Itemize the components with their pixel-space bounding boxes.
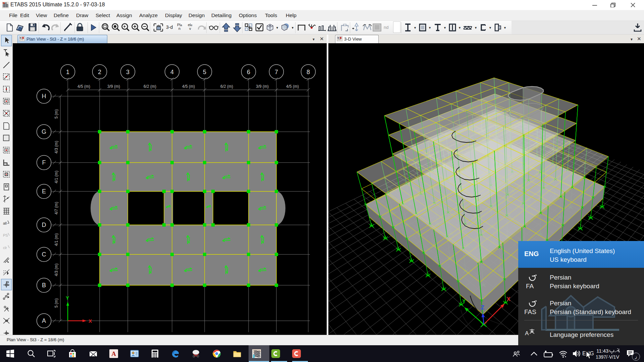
svg-text:4/3 (m): 4/3 (m): [54, 141, 59, 154]
svg-text:4/5 (m): 4/5 (m): [286, 84, 299, 89]
svg-text:X: X: [507, 296, 511, 302]
svg-text:H: H: [42, 93, 46, 100]
svg-text:4/3 (m): 4/3 (m): [54, 263, 59, 276]
svg-text:Z: Z: [481, 305, 484, 310]
svg-text:F: F: [42, 159, 46, 166]
svg-text:X: X: [89, 318, 92, 324]
svg-text:clr: clr: [3, 246, 7, 250]
svg-text:3/9 (m): 3/9 (m): [107, 84, 120, 89]
svg-text:Y: Y: [66, 295, 69, 301]
svg-text:6: 6: [247, 69, 250, 75]
svg-text:Y: Y: [462, 299, 466, 304]
svg-text:1: 1: [66, 69, 69, 75]
svg-text:3: 3: [126, 69, 129, 75]
svg-text:all: all: [3, 221, 7, 225]
svg-text:4/7 (m): 4/7 (m): [54, 202, 59, 215]
svg-text:G: G: [42, 128, 46, 135]
svg-text:B: B: [42, 282, 46, 289]
svg-text:D: D: [42, 222, 46, 228]
svg-text:3/9 (m): 3/9 (m): [256, 84, 269, 89]
svg-text:5 (m): 5 (m): [54, 298, 59, 308]
svg-text:4/1 (m): 4/1 (m): [54, 233, 59, 246]
svg-text:8: 8: [307, 69, 310, 75]
svg-text:2: 2: [98, 69, 101, 75]
svg-text:C: C: [42, 251, 46, 258]
svg-text:PS: PS: [3, 233, 8, 237]
svg-text:7: 7: [275, 69, 278, 75]
svg-text:4/5 (m): 4/5 (m): [182, 84, 195, 89]
svg-text:5 (m): 5 (m): [54, 109, 59, 119]
svg-text:4/1 (m): 4/1 (m): [54, 171, 59, 183]
svg-text:A: A: [111, 350, 116, 357]
svg-text:A: A: [42, 317, 46, 324]
svg-text:6/2 (m): 6/2 (m): [144, 84, 156, 89]
svg-text:4/5 (m): 4/5 (m): [77, 84, 90, 89]
svg-text:4: 4: [170, 69, 174, 75]
svg-text:6/2 (m): 6/2 (m): [220, 84, 233, 89]
svg-text:E: E: [42, 188, 46, 195]
svg-text:5: 5: [203, 69, 206, 75]
